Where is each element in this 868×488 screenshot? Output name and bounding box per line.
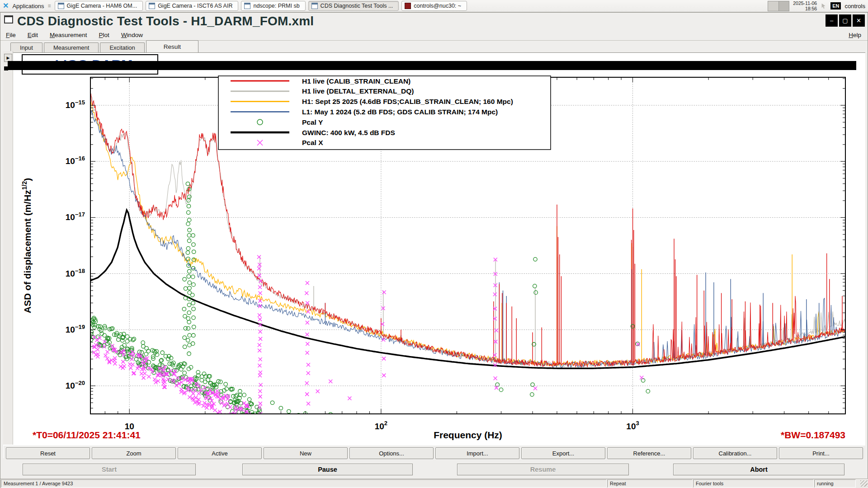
window-title: CDS Diagnostic Test Tools - H1_DARM_FOM.… (17, 14, 314, 28)
svg-text:10−20: 10−20 (66, 380, 85, 390)
task-cds-diagnostic-test-tools[interactable]: CDS Diagnostic Test Tools ... (308, 1, 399, 11)
calibration-button[interactable]: Calibration... (693, 447, 777, 459)
svg-text:102: 102 (375, 420, 387, 431)
applications-menu[interactable]: Applications (12, 3, 44, 9)
svg-text:10−17: 10−17 (66, 211, 85, 222)
user-label: controls (844, 3, 865, 9)
task-buttons: GigE Camera - HAM6 OM...GigE Camera - IS… (55, 1, 467, 11)
toolbar: ResetZoomActiveNewOptions...Import...Exp… (4, 446, 865, 461)
taskbar: ✕ Applications ≡ GigE Camera - HAM6 OM..… (0, 0, 868, 12)
svg-text:ASD of displacement (m/Hz1/2): ASD of displacement (m/Hz1/2) (21, 178, 33, 314)
window-icon (4, 15, 13, 23)
task-label: ndscope: PRMI sb (253, 3, 299, 9)
svg-text:10−19: 10−19 (66, 324, 85, 334)
menu-plot[interactable]: Plot (99, 32, 109, 38)
menu-edit[interactable]: Edit (28, 32, 38, 38)
resize-grip[interactable] (860, 480, 868, 487)
clock-date: 2025-11-06 (793, 0, 817, 6)
clock-time: 18:56 (793, 6, 817, 11)
statusbar: Measurement 1 / Average 9423 Repeat Four… (0, 479, 868, 488)
window-icon (244, 3, 250, 9)
titlebar: CDS Diagnostic Test Tools - H1_DARM_FOM.… (0, 13, 868, 29)
svg-text:*BW=0.187493: *BW=0.187493 (781, 430, 845, 440)
terminal-icon (405, 3, 411, 9)
menu-window[interactable]: Window (121, 32, 143, 38)
resume-button[interactable]: Resume (457, 464, 629, 475)
svg-text:Pcal Y: Pcal Y (302, 118, 323, 126)
workspace-2[interactable] (779, 1, 789, 11)
window-icon (311, 3, 318, 9)
x-logo-icon: ✕ (3, 2, 9, 9)
task-gige-camera-isct6-as-air[interactable]: GigE Camera - ISCT6 AS AIR (146, 1, 238, 11)
task-label: controls@nuc30: ~ (414, 3, 461, 9)
task-controls-nuc30[interactable]: controls@nuc30: ~ (401, 1, 467, 11)
menu-help[interactable]: Help (849, 32, 868, 38)
svg-text:GWINC: 400 kW, 4.5 dB FDS: GWINC: 400 kW, 4.5 dB FDS (302, 129, 395, 136)
reference-button[interactable]: Reference... (607, 447, 691, 459)
task-label: CDS Diagnostic Test Tools ... (321, 3, 393, 9)
minimize-button[interactable]: – (826, 14, 838, 27)
grip-icon: ≡ (48, 3, 51, 9)
start-button[interactable]: Start (23, 464, 196, 475)
window-icon (58, 3, 64, 9)
active-button[interactable]: Active (178, 447, 262, 459)
language-badge[interactable]: EN (830, 2, 841, 9)
options-button[interactable]: Options... (349, 447, 434, 459)
window-controls: –▢✕ (826, 14, 865, 27)
svg-text:H1 live (DELTAL_EXTERNAL_DQ): H1 live (DELTAL_EXTERNAL_DQ) (302, 87, 414, 95)
workspace-1[interactable] (768, 1, 779, 11)
svg-text:Frequency (Hz): Frequency (Hz) (434, 430, 502, 440)
task-gige-camera-ham6-om[interactable]: GigE Camera - HAM6 OM... (55, 1, 143, 11)
asd-plot: H1 live (CALIB_STRAIN_CLEAN)H1 live (DEL… (13, 51, 863, 445)
reset-button[interactable]: Reset (6, 447, 90, 459)
status-state: running (814, 479, 856, 488)
clock: 2025-11-06 18:56 (793, 0, 817, 11)
window-icon (149, 3, 155, 9)
svg-text:103: 103 (626, 420, 639, 431)
maximize-button[interactable]: ▢ (839, 14, 851, 27)
pause-button[interactable]: Pause (242, 464, 413, 475)
tab-result[interactable]: Result (146, 40, 198, 52)
task-label: GigE Camera - HAM6 OM... (67, 3, 137, 9)
workspace-switcher[interactable] (768, 1, 789, 11)
abort-button[interactable]: Abort (673, 464, 844, 475)
menubar: FileEditMeasurementPlotWindowHelp (0, 29, 868, 41)
status-tools: Fourier tools (693, 479, 814, 488)
svg-text:*T0=06/11/2025 21:41:41: *T0=06/11/2025 21:41:41 (33, 430, 141, 440)
task-ndscope-prmi-sb[interactable]: ndscope: PRMI sb (241, 1, 305, 11)
svg-text:10−16: 10−16 (66, 155, 85, 166)
zoom-button[interactable]: Zoom (92, 447, 176, 459)
menu-measurement[interactable]: Measurement (50, 32, 87, 38)
svg-text:L1: May 1 2024 (5.2 dB FDS; GD: L1: May 1 2024 (5.2 dB FDS; GDS CALIB ST… (302, 108, 498, 116)
svg-text:H1: Sept 25 2025 (4.6dB FDS;CA: H1: Sept 25 2025 (4.6dB FDS;CALIB_STRAIN… (302, 98, 513, 105)
status-measurement: Measurement 1 / Average 9423 (1, 479, 607, 488)
control-row: StartPauseResumeAbort (4, 461, 865, 478)
import-button[interactable]: Import... (435, 447, 519, 459)
notification-icon[interactable] (821, 3, 827, 9)
task-label: GigE Camera - ISCT6 AS AIR (158, 3, 232, 9)
export-button[interactable]: Export... (521, 447, 605, 459)
svg-text:10−15: 10−15 (66, 99, 85, 110)
graph-selector-strip: ▶ (3, 51, 13, 445)
svg-text:H1 live (CALIB_STRAIN_CLEAN): H1 live (CALIB_STRAIN_CLEAN) (302, 77, 410, 85)
close-button[interactable]: ✕ (853, 14, 865, 27)
taskbar-tray: 2025-11-06 18:56 EN controls (768, 0, 865, 11)
status-repeat: Repeat (607, 479, 693, 488)
print-button[interactable]: Print... (779, 447, 863, 459)
svg-text:Pcal X: Pcal X (302, 139, 323, 146)
svg-text:10−18: 10−18 (66, 267, 85, 278)
new-button[interactable]: New (264, 447, 348, 459)
black-banner (8, 61, 856, 70)
menu-file[interactable]: File (6, 32, 16, 38)
